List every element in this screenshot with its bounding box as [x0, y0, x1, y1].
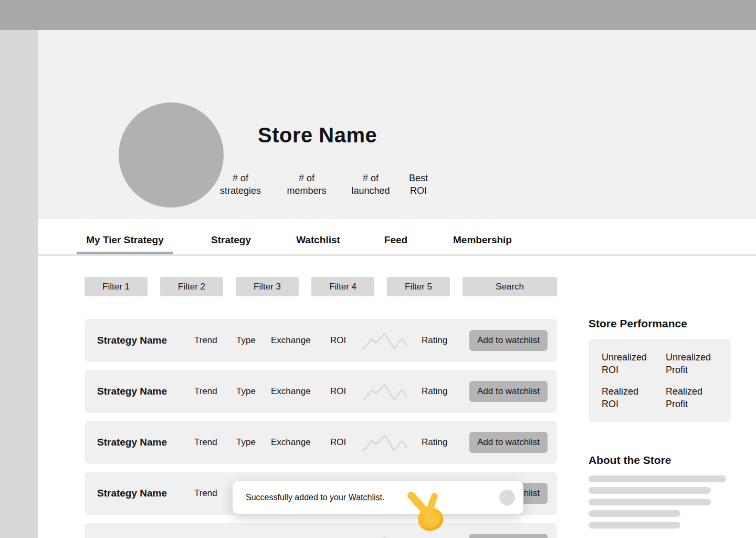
filter-button-2[interactable]: Filter 2 — [160, 277, 223, 296]
toast-message-suffix: . — [382, 493, 384, 502]
add-to-watchlist-button[interactable]: Add to watchlist — [469, 534, 548, 538]
watchlist-link[interactable]: Watchlist — [349, 493, 382, 502]
performance-metric: Unrealized ROI — [602, 351, 647, 376]
performance-metric: Realized ROI — [602, 385, 638, 410]
roi-label: ROI — [330, 437, 346, 448]
tab-divider — [38, 254, 756, 256]
strategy-name: Strategy Name — [97, 437, 167, 448]
sparkline-icon — [361, 431, 407, 454]
toast-notification: Successfully added to your Watchlist. — [233, 481, 523, 514]
toast-message-prefix: Successfully added to your — [246, 493, 349, 502]
roi-label: ROI — [330, 335, 346, 346]
skeleton-text-bar — [589, 475, 726, 482]
store-stat: Best ROI — [409, 172, 428, 197]
type-label: Type — [236, 386, 256, 397]
rating-label: Rating — [422, 335, 447, 346]
strategy-name: Strategy Name — [97, 488, 167, 499]
trend-label: Trend — [194, 386, 217, 397]
store-stat: # of members — [287, 172, 326, 197]
sparkline-icon — [361, 329, 407, 352]
trend-label: Trend — [194, 437, 217, 448]
trend-label: Trend — [194, 488, 217, 499]
search-button[interactable]: Search — [463, 277, 557, 296]
toast-circle-placeholder[interactable] — [499, 490, 515, 505]
performance-metric: Realized Profit — [666, 385, 702, 410]
tab-membership[interactable]: Membership — [453, 234, 512, 246]
store-page: Store Name # of strategies# of members# … — [0, 0, 756, 538]
rating-label: Rating — [422, 386, 447, 397]
toast-message: Successfully added to your Watchlist. — [246, 493, 384, 502]
add-to-watchlist-button[interactable]: Add to watchlist — [469, 432, 548, 453]
trend-label: Trend — [194, 335, 217, 346]
left-sidebar — [0, 30, 38, 538]
about-store-title: About the Store — [589, 454, 671, 467]
type-label: Type — [236, 437, 256, 448]
strategy-row: Strategy Name Trend Type Exchange ROI Ra… — [85, 523, 557, 538]
strategy-row: Strategy Name Trend Type Exchange ROI Ra… — [85, 421, 557, 464]
skeleton-text-bar — [589, 499, 711, 505]
skeleton-text-bar — [589, 522, 680, 529]
skeleton-text-bar — [589, 510, 680, 517]
pointing-hand-icon — [406, 490, 452, 535]
filter-button-4[interactable]: Filter 4 — [311, 277, 374, 296]
skeleton-text-bar — [589, 487, 711, 494]
store-performance-title: Store Performance — [589, 317, 687, 330]
exchange-label: Exchange — [271, 335, 311, 346]
store-name-title: Store Name — [258, 123, 377, 147]
sparkline-icon — [361, 380, 407, 403]
tab-strategy[interactable]: Strategy — [211, 234, 251, 246]
add-to-watchlist-button[interactable]: Add to watchlist — [469, 381, 548, 402]
tab-feed[interactable]: Feed — [384, 234, 407, 246]
tab-my-tier-strategy[interactable]: My Tier Strategy — [86, 234, 163, 246]
exchange-label: Exchange — [271, 437, 311, 448]
strategy-row: Strategy Name Trend Type Exchange ROI Ra… — [85, 319, 557, 362]
sparkline-icon — [361, 533, 407, 538]
store-stat: # of strategies — [220, 172, 261, 197]
rating-label: Rating — [422, 437, 447, 448]
filter-button-5[interactable]: Filter 5 — [387, 277, 450, 296]
store-avatar — [119, 102, 224, 208]
store-header: Store Name # of strategies# of members# … — [38, 30, 756, 219]
strategy-row: Strategy Name Trend Type Exchange ROI Ra… — [85, 370, 557, 413]
store-stat: # of launched — [351, 172, 390, 197]
filter-button-3[interactable]: Filter 3 — [236, 277, 299, 296]
strategy-name: Strategy Name — [97, 335, 167, 346]
type-label: Type — [236, 335, 256, 346]
add-to-watchlist-button[interactable]: Add to watchlist — [469, 330, 548, 351]
top-bar — [0, 0, 756, 30]
exchange-label: Exchange — [271, 386, 311, 397]
filter-button-1[interactable]: Filter 1 — [85, 277, 148, 296]
strategy-name: Strategy Name — [97, 386, 167, 397]
performance-metric: Unrealized Profit — [666, 351, 711, 376]
roi-label: ROI — [330, 386, 346, 397]
tab-watchlist[interactable]: Watchlist — [296, 234, 340, 246]
